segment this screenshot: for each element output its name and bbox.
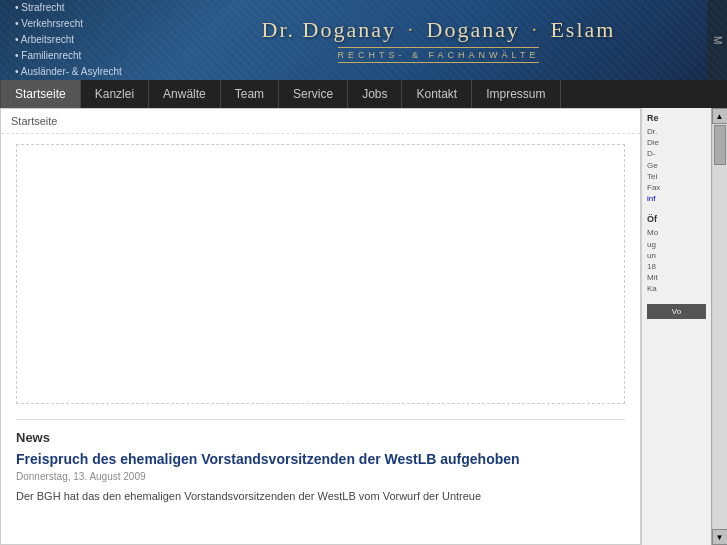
news-label: News [16, 430, 625, 445]
news-headline[interactable]: Freispruch des ehemaligen Vorstandsvorsi… [16, 450, 625, 468]
main-content-box [16, 144, 625, 404]
hours-info: Mougun18MitKa [647, 227, 706, 294]
firm-name-part3: Eslam [550, 17, 615, 42]
email-link[interactable]: inf [647, 194, 655, 203]
nav-item-impressum[interactable]: Impressum [472, 80, 560, 108]
practice-list: Strafrecht Verkehrsrecht Arbeitsrecht Fa… [15, 0, 155, 80]
sidebar-button[interactable]: Vo [647, 304, 706, 319]
nav-item-team[interactable]: Team [221, 80, 279, 108]
practice-item: Verkehrsrecht [15, 16, 155, 32]
news-excerpt: Der BGH hat das den ehemaligen Vorstands… [16, 488, 625, 505]
firm-name-part2: Doganay [427, 17, 520, 42]
scroll-track[interactable] [713, 124, 727, 529]
breadcrumb: Startseite [1, 109, 640, 134]
firm-name: Dr. Doganay · Doganay · Eslam [180, 17, 697, 43]
nav-item-service[interactable]: Service [279, 80, 348, 108]
firm-branding: Dr. Doganay · Doganay · Eslam Rechts- & … [170, 17, 707, 63]
practice-item: Strafrecht [15, 0, 155, 16]
right-sidebar: Re Dr.DieD-Ge TelFax inf Öf Mougun18MitK… [641, 108, 711, 545]
nav-item-kontakt[interactable]: Kontakt [402, 80, 472, 108]
nav-item-kanzlei[interactable]: Kanzlei [81, 80, 149, 108]
hours-title: Öf [647, 214, 706, 224]
scroll-up-button[interactable]: ▲ [712, 108, 728, 124]
firm-name-part1: Dr. Doganay [262, 17, 396, 42]
practice-item: Ausländer- & Asylrecht [15, 64, 155, 80]
practice-areas: Strafrecht Verkehrsrecht Arbeitsrecht Fa… [0, 0, 170, 80]
nav-item-jobs[interactable]: Jobs [348, 80, 402, 108]
header: Strafrecht Verkehrsrecht Arbeitsrecht Fa… [0, 0, 727, 80]
practice-item: Arbeitsrecht [15, 32, 155, 48]
contact-info: Dr.DieD-Ge [647, 126, 706, 171]
scrollbar[interactable]: ▲ ▼ [711, 108, 727, 545]
scroll-down-button[interactable]: ▼ [712, 529, 728, 545]
news-date: Donnerstag, 13. August 2009 [16, 471, 625, 482]
hours-section: Öf Mougun18MitKa [647, 214, 706, 294]
separator-dot2: · [531, 17, 539, 42]
tel-info: TelFax inf [647, 171, 706, 205]
practice-item: Familienrecht [15, 48, 155, 64]
main-layout: Startseite News Freispruch des ehemalige… [0, 108, 727, 545]
contact-title: Re [647, 113, 706, 123]
news-section: News Freispruch des ehemaligen Vorstands… [16, 419, 625, 515]
nav-item-anwaelte[interactable]: Anwälte [149, 80, 221, 108]
separator-dot: · [408, 17, 416, 42]
nav-item-startseite[interactable]: Startseite [0, 80, 81, 108]
header-right-label: M [712, 36, 723, 44]
content-body: News Freispruch des ehemaligen Vorstands… [1, 134, 640, 525]
contact-section: Re Dr.DieD-Ge TelFax inf [647, 113, 706, 204]
scroll-thumb[interactable] [714, 125, 726, 165]
main-navigation[interactable]: Startseite Kanzlei Anwälte Team Service … [0, 80, 727, 108]
content-area: Startseite News Freispruch des ehemalige… [0, 108, 641, 545]
firm-subtitle: Rechts- & Fachanwälte [338, 47, 540, 63]
header-right-edge: M [707, 0, 727, 80]
